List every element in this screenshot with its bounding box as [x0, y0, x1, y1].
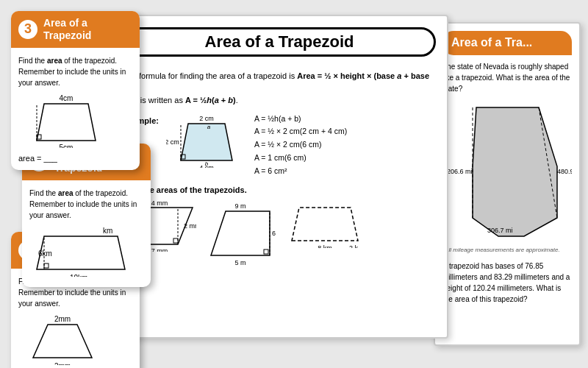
svg-text:9 m: 9 m	[234, 202, 245, 210]
formula-text: The formula for finding the area of a tr…	[123, 70, 436, 107]
card-2-body: Find the area of the trapezoid. Remember…	[22, 180, 151, 287]
right-title: Area of a Tra...	[442, 31, 572, 55]
right-body: The state of Nevada is roughly shaped li…	[442, 61, 572, 305]
svg-text:2 mm: 2 mm	[184, 222, 196, 230]
shapes-row: 4 mm 7 mm 2 mm 9 m 5 m 6 mi 8 km	[123, 200, 436, 266]
right-worksheet: Area of a Tra... The state of Nevada is …	[434, 22, 581, 346]
bottom-question: A trapezoid has bases of 76.85 millimete…	[442, 261, 572, 305]
shape2-col: 9 m 5 m 6 mi	[207, 200, 277, 266]
svg-text:4cm: 4cm	[60, 94, 74, 102]
card-3: 3 Area of aTrapezoid Find the area of th…	[11, 11, 140, 170]
card-3-number: 3	[18, 20, 37, 39]
svg-text:6km: 6km	[38, 250, 52, 258]
svg-text:306.7 mi: 306.7 mi	[487, 227, 513, 234]
svg-text:a: a	[207, 124, 211, 130]
svg-text:206.6 mi: 206.6 mi	[447, 168, 473, 175]
card-3-shape: 4cm 5cm	[18, 93, 114, 148]
example-calc: A = ½h(a + b) A = ½ × 2 cm(2 cm + 4 cm) …	[254, 113, 347, 178]
svg-text:10km: 10km	[70, 274, 87, 277]
svg-text:km: km	[103, 227, 112, 235]
svg-marker-11	[33, 325, 92, 358]
svg-text:2 cm: 2 cm	[199, 115, 214, 122]
svg-marker-0	[37, 104, 96, 141]
svg-marker-28	[211, 211, 270, 255]
shape3-col: 8 km 2 k	[288, 200, 369, 248]
card-3-body: Find the area of the trapezoid. Remember…	[11, 48, 140, 170]
svg-marker-34	[292, 208, 358, 241]
nevada-map: 206.6 mi 306.7 mi 480.9 mi	[443, 100, 572, 240]
svg-text:480.9 mi: 480.9 mi	[557, 168, 572, 175]
card-3-title: Area of aTrapezoid	[43, 17, 91, 42]
card-3-instruction: Find the area of the trapezoid. Remember…	[18, 55, 132, 88]
svg-text:b: b	[205, 160, 209, 167]
shape3: 8 km 2 k	[288, 200, 369, 248]
find-text: Find the areas of the trapezoids.	[123, 185, 436, 194]
svg-text:2 cm: 2 cm	[166, 138, 179, 146]
footnote: *All mileage measurements are approximat…	[442, 246, 572, 255]
svg-text:5 m: 5 m	[234, 259, 245, 266]
main-worksheet: Area of a Trapezoid The formula for find…	[110, 15, 448, 339]
svg-text:4 mm: 4 mm	[151, 200, 168, 207]
svg-text:6 mi: 6 mi	[272, 230, 277, 237]
card-2-shape: 6km 10km km	[29, 225, 136, 277]
example-section: Example: 2 cm a 2 cm 4 cm b A = ½h(a + b…	[123, 113, 436, 178]
card-3-header: 3 Area of aTrapezoid	[11, 11, 140, 48]
svg-text:8 km: 8 km	[318, 244, 332, 248]
card-2-instruction: Find the area of the trapezoid. Remember…	[29, 188, 143, 221]
card-1-shape: 2mm 2mm	[18, 314, 107, 365]
svg-text:2mm: 2mm	[54, 315, 71, 323]
svg-text:5cm: 5cm	[60, 144, 74, 148]
svg-text:7 mm: 7 mm	[151, 247, 168, 252]
nevada-intro: The state of Nevada is roughly shaped li…	[442, 61, 572, 94]
example-trapezoid: 2 cm a 2 cm 4 cm b	[166, 113, 247, 168]
svg-text:2 k: 2 k	[349, 244, 359, 248]
card-3-area-eq: area = ___	[18, 154, 132, 163]
svg-text:2mm: 2mm	[54, 362, 71, 365]
shape2: 9 m 5 m 6 mi	[207, 200, 277, 266]
main-title: Area of a Trapezoid	[123, 27, 436, 57]
svg-marker-37	[473, 107, 557, 236]
